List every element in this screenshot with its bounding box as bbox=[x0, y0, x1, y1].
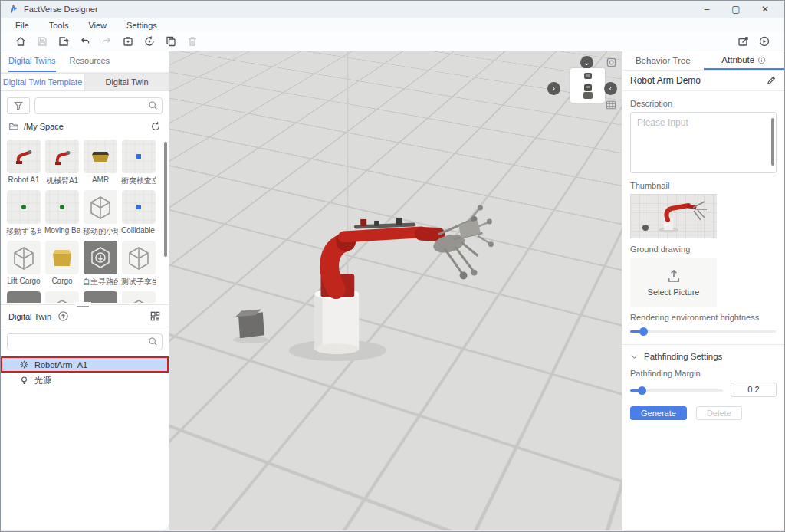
template-search-input[interactable] bbox=[34, 97, 163, 114]
template-item[interactable]: 自主寻路的… bbox=[84, 241, 117, 287]
export-icon[interactable] bbox=[53, 33, 74, 50]
template-item[interactable]: 移动的小球 bbox=[84, 190, 117, 237]
app-logo-icon bbox=[8, 5, 18, 15]
description-input[interactable] bbox=[630, 112, 777, 173]
margin-slider-thumb[interactable] bbox=[638, 386, 646, 395]
description-label: Description bbox=[630, 99, 777, 108]
subtab-digital-twin-template[interactable]: Digital Twin Template bbox=[1, 74, 85, 90]
title-bar: FactVerse Designer – ▢ ✕ bbox=[1, 1, 784, 18]
template-item[interactable]: 衝突検査立… bbox=[122, 140, 156, 186]
template-item[interactable]: Cargo bbox=[45, 241, 79, 287]
library-tabs: Digital Twins Resources bbox=[1, 51, 169, 73]
upload-cloud-icon[interactable] bbox=[57, 310, 69, 322]
template-scrollbar[interactable] bbox=[164, 142, 167, 257]
brightness-slider[interactable] bbox=[630, 326, 776, 337]
cube-icon bbox=[122, 241, 156, 274]
template-item[interactable]: Moving Ball bbox=[45, 190, 79, 237]
robot-thumbnail-icon bbox=[7, 140, 41, 173]
template-item[interactable]: 机械臂A1 bbox=[45, 140, 79, 186]
minimize-button[interactable]: – bbox=[692, 1, 721, 18]
tab-resources[interactable]: Resources bbox=[70, 56, 110, 68]
window-title: FactVerse Designer bbox=[24, 5, 98, 14]
main-area: Digital Twins Resources Digital Twin Tem… bbox=[1, 51, 784, 530]
chevron-down-icon[interactable]: ⌄ bbox=[580, 56, 593, 69]
brightness-label: Rendering environment brightness bbox=[630, 313, 777, 322]
instance-search-input[interactable] bbox=[7, 333, 163, 350]
cargo-thumbnail-icon bbox=[45, 241, 79, 274]
bulb-icon bbox=[19, 376, 29, 386]
select-picture-upload[interactable]: Select Picture bbox=[630, 258, 717, 307]
list-item-light[interactable]: 光源 bbox=[1, 373, 169, 389]
publish-icon[interactable] bbox=[732, 33, 754, 50]
attribute-panel: Behavior Tree Attribute Robot Arm Demo D… bbox=[622, 51, 784, 530]
package-icon[interactable] bbox=[117, 33, 139, 50]
view-cube[interactable] bbox=[570, 68, 605, 103]
menu-view[interactable]: View bbox=[88, 21, 107, 30]
description-scrollbar[interactable] bbox=[771, 118, 774, 166]
maximize-button[interactable]: ▢ bbox=[721, 1, 751, 18]
gear-icon bbox=[19, 360, 29, 369]
search-icon bbox=[148, 100, 158, 110]
filter-button[interactable] bbox=[7, 97, 30, 114]
view-reset-icon[interactable] bbox=[605, 56, 617, 68]
template-item[interactable]: Collidable … bbox=[122, 190, 156, 237]
template-item[interactable]: AMR bbox=[84, 140, 117, 186]
cube-icon bbox=[84, 190, 117, 224]
undo-icon[interactable] bbox=[74, 33, 96, 50]
layout-grid-icon[interactable] bbox=[149, 310, 161, 322]
template-grid: Robot A1 机械臂A1 AMR bbox=[1, 136, 169, 303]
template-item[interactable]: 测试子孪生体 bbox=[122, 241, 156, 287]
search-icon bbox=[148, 337, 158, 346]
save-icon bbox=[31, 33, 53, 50]
robot-thumbnail-icon bbox=[45, 140, 79, 173]
menu-tools[interactable]: Tools bbox=[49, 21, 69, 30]
home-icon[interactable] bbox=[10, 33, 31, 50]
menu-bar: File Tools View Settings bbox=[1, 18, 784, 32]
grid-toggle-icon[interactable] bbox=[605, 99, 617, 111]
trash-icon bbox=[182, 33, 203, 50]
ground-drawing-label: Ground drawing bbox=[630, 245, 777, 254]
refresh-icon[interactable] bbox=[150, 121, 161, 132]
template-row-partial bbox=[7, 291, 159, 303]
viewport-3d[interactable]: ⌄ › ‹ bbox=[169, 51, 622, 530]
subtab-digital-twin[interactable]: Digital Twin bbox=[85, 74, 169, 90]
cube-dot-thumbnail-icon bbox=[122, 190, 156, 224]
close-button[interactable]: ✕ bbox=[751, 1, 780, 18]
chevron-left-icon[interactable]: ‹ bbox=[604, 82, 617, 95]
run-icon[interactable] bbox=[754, 33, 775, 50]
copy-icon[interactable] bbox=[160, 33, 182, 50]
generate-button[interactable]: Generate bbox=[630, 406, 687, 420]
edit-pencil-icon[interactable] bbox=[766, 75, 777, 86]
brightness-slider-thumb[interactable] bbox=[639, 327, 648, 336]
twin-name: Robot Arm Demo bbox=[630, 75, 701, 86]
left-panel: Digital Twins Resources Digital Twin Tem… bbox=[1, 51, 169, 530]
template-item[interactable]: Lift Cargo bbox=[7, 241, 41, 287]
margin-slider[interactable] bbox=[630, 385, 723, 396]
breadcrumb-path[interactable]: /My Space bbox=[24, 122, 64, 131]
ball-thumbnail-icon bbox=[7, 190, 41, 224]
thumbnail-label: Thumbnail bbox=[630, 181, 777, 190]
info-icon bbox=[757, 56, 766, 64]
margin-value-input[interactable] bbox=[731, 383, 777, 397]
menu-file[interactable]: File bbox=[15, 21, 29, 30]
robot-front-icon bbox=[580, 71, 596, 82]
ball-thumbnail-icon bbox=[45, 190, 79, 224]
tab-attribute[interactable]: Attribute bbox=[704, 51, 785, 70]
tab-behavior-tree[interactable]: Behavior Tree bbox=[622, 51, 704, 70]
resize-handle-icon[interactable] bbox=[74, 302, 91, 307]
app-window: FactVerse Designer – ▢ ✕ File Tools View… bbox=[0, 0, 785, 532]
chevron-down-icon bbox=[630, 353, 639, 361]
library-subtabs: Digital Twin Template Digital Twin bbox=[1, 73, 169, 91]
robot-top-icon bbox=[581, 84, 595, 100]
orbit-icon[interactable] bbox=[139, 33, 160, 50]
chevron-right-icon[interactable]: › bbox=[547, 82, 560, 95]
template-item[interactable]: Robot A1 bbox=[7, 140, 41, 186]
panel-divider[interactable] bbox=[1, 304, 169, 305]
amr-thumbnail-icon bbox=[84, 140, 117, 173]
redo-icon bbox=[96, 33, 117, 50]
pathfinding-section-header[interactable]: Pathfinding Settings bbox=[630, 345, 777, 363]
template-item[interactable]: 移動する球体 bbox=[7, 190, 41, 237]
menu-settings[interactable]: Settings bbox=[126, 21, 157, 30]
tab-digital-twins[interactable]: Digital Twins bbox=[8, 56, 56, 72]
list-item-robotarm[interactable]: RobotArm_A1 bbox=[1, 356, 169, 373]
